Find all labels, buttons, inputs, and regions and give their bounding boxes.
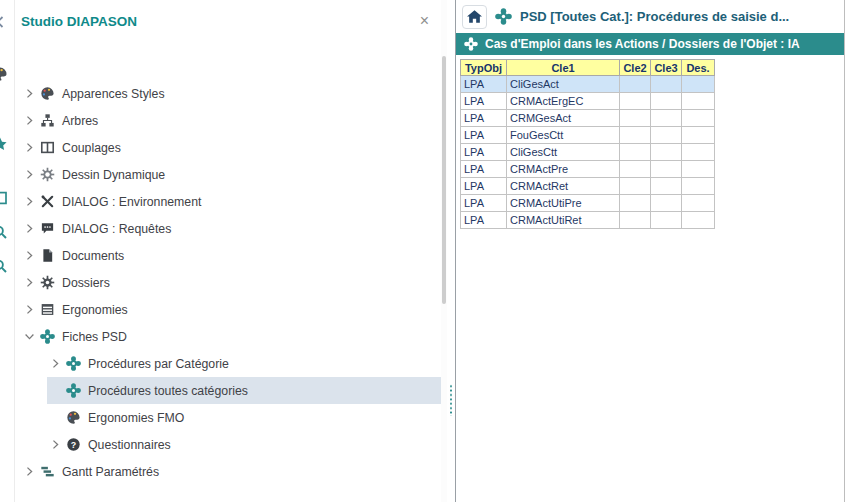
sidebar-item[interactable]: Gantt Paramétrés: [21, 458, 441, 485]
search-icon[interactable]: [0, 224, 8, 240]
table-cell: LPA: [461, 93, 507, 110]
sidebar-item[interactable]: DIALOG : Environnement: [21, 188, 441, 215]
table-row[interactable]: LPACRMActRet: [461, 178, 715, 195]
table-cell: CRMGesAct: [507, 110, 620, 127]
sidebar-item[interactable]: Dossiers: [21, 269, 441, 296]
sidebar-tree: Apparences StylesArbresCouplagesDessin D…: [15, 80, 441, 502]
chevron-right-icon[interactable]: [21, 86, 38, 101]
sidebar-item-label: Procédures toutes catégories: [88, 384, 248, 398]
table-cell: [651, 195, 682, 212]
table-cell: [651, 161, 682, 178]
question-icon: ?: [66, 437, 82, 453]
chevron-right-icon[interactable]: [21, 248, 38, 263]
sidebar-item-label: Ergonomies: [62, 303, 128, 317]
psd-gear-icon: [495, 8, 512, 25]
table-row[interactable]: LPACRMGesAct: [461, 110, 715, 127]
right-gutter: [844, 0, 855, 502]
table-cell: LPA: [461, 127, 507, 144]
table-cell: LPA: [461, 76, 507, 93]
scrollbar-thumb[interactable]: [442, 56, 446, 304]
panel-icon[interactable]: [0, 190, 8, 206]
section-header-bar: Cas d'Emploi dans les Actions / Dossiers…: [456, 33, 844, 55]
sidebar-item-label: DIALOG : Environnement: [62, 195, 201, 209]
sidebar-item[interactable]: Procédures toutes catégories: [47, 377, 441, 404]
sidebar-item-label: Procédures par Catégorie: [88, 357, 229, 371]
table-cell: [620, 144, 651, 161]
chevron-right-icon[interactable]: [21, 302, 38, 317]
table-cell: [651, 127, 682, 144]
sidebar-item[interactable]: Apparences Styles: [21, 80, 441, 107]
splitter-grip-icon[interactable]: [449, 384, 454, 416]
table-row[interactable]: LPACRMActUtiPre: [461, 195, 715, 212]
table-row[interactable]: LPACliGesCtt: [461, 144, 715, 161]
chevron-spacer: [47, 383, 64, 398]
sidebar-item-label: Documents: [62, 249, 124, 263]
sidebar-item[interactable]: Arbres: [21, 107, 441, 134]
table-cell: [651, 212, 682, 229]
palette-icon: [40, 86, 56, 102]
palette-icon: [66, 410, 82, 426]
column-header[interactable]: Cle2: [620, 60, 651, 76]
chevron-right-icon[interactable]: [21, 275, 38, 290]
table-row[interactable]: LPACliGesAct: [461, 76, 715, 93]
chevron-right-icon[interactable]: [21, 221, 38, 236]
table-cell: CliGesAct: [507, 76, 620, 93]
column-header[interactable]: Des.: [682, 60, 715, 76]
sidebar-item[interactable]: Dessin Dynamique: [21, 161, 441, 188]
chevron-right-icon[interactable]: [21, 464, 38, 479]
chevron-right-icon[interactable]: [21, 140, 38, 155]
sidebar-item[interactable]: Couplages: [21, 134, 441, 161]
star-icon[interactable]: [0, 136, 8, 152]
gear-icon: [40, 275, 56, 291]
left-icon-rail: [0, 0, 15, 502]
search-icon[interactable]: [0, 258, 8, 274]
sidebar-item[interactable]: Fiches PSD: [21, 323, 441, 350]
table-cell: [620, 161, 651, 178]
column-header[interactable]: Cle1: [507, 60, 620, 76]
chevron-down-icon[interactable]: [21, 329, 38, 344]
chevron-right-icon[interactable]: [21, 113, 38, 128]
table-row[interactable]: LPAFouGesCtt: [461, 127, 715, 144]
table-row[interactable]: LPACRMActPre: [461, 161, 715, 178]
table-row[interactable]: LPACRMActUtiRet: [461, 212, 715, 229]
chevron-right-icon[interactable]: [21, 194, 38, 209]
collapse-chevron-icon[interactable]: [0, 14, 8, 30]
table-cell: [682, 110, 715, 127]
header-row: TypObjCle1Cle2Cle3Des.: [461, 60, 715, 76]
table-cell: [620, 195, 651, 212]
sidebar-item-label: Gantt Paramétrés: [62, 465, 159, 479]
svg-text:?: ?: [71, 439, 76, 449]
chevron-right-icon[interactable]: [47, 356, 64, 371]
sidebar-item[interactable]: Documents: [21, 242, 441, 269]
sidebar-item-label: Dossiers: [62, 276, 110, 290]
sidebar-item-label: Dessin Dynamique: [62, 168, 165, 182]
table-cell: LPA: [461, 178, 507, 195]
table-row[interactable]: LPACRMActErgEC: [461, 93, 715, 110]
sidebar-item[interactable]: Procédures par Catégorie: [47, 350, 441, 377]
sidebar-title: Studio DIAPASON: [21, 14, 137, 29]
column-header[interactable]: TypObj: [461, 60, 507, 76]
table-cell: CRMActUtiRet: [507, 212, 620, 229]
palette-icon[interactable]: [0, 66, 8, 82]
table-cell: [620, 110, 651, 127]
table-cell: [620, 127, 651, 144]
sidebar-item[interactable]: Ergonomies: [21, 296, 441, 323]
table-cell: [682, 127, 715, 144]
tree-icon: [40, 113, 56, 129]
table-cell: [620, 178, 651, 195]
sidebar-item-label: Ergonomies FMO: [88, 411, 184, 425]
grid-area: TypObjCle1Cle2Cle3Des.LPACliGesActLPACRM…: [456, 55, 844, 502]
chevron-right-icon[interactable]: [47, 437, 64, 452]
table-cell: [651, 144, 682, 161]
chevron-spacer: [47, 410, 64, 425]
home-icon: [466, 9, 483, 24]
column-header[interactable]: Cle3: [651, 60, 682, 76]
panel-splitter[interactable]: [447, 0, 455, 502]
sidebar-item[interactable]: ?Questionnaires: [47, 431, 441, 458]
table-cell: [682, 212, 715, 229]
home-button[interactable]: [462, 5, 487, 29]
chevron-right-icon[interactable]: [21, 167, 38, 182]
close-icon[interactable]: ×: [420, 14, 429, 27]
sidebar-item[interactable]: Ergonomies FMO: [47, 404, 441, 431]
sidebar-item[interactable]: DIALOG : Requêtes: [21, 215, 441, 242]
